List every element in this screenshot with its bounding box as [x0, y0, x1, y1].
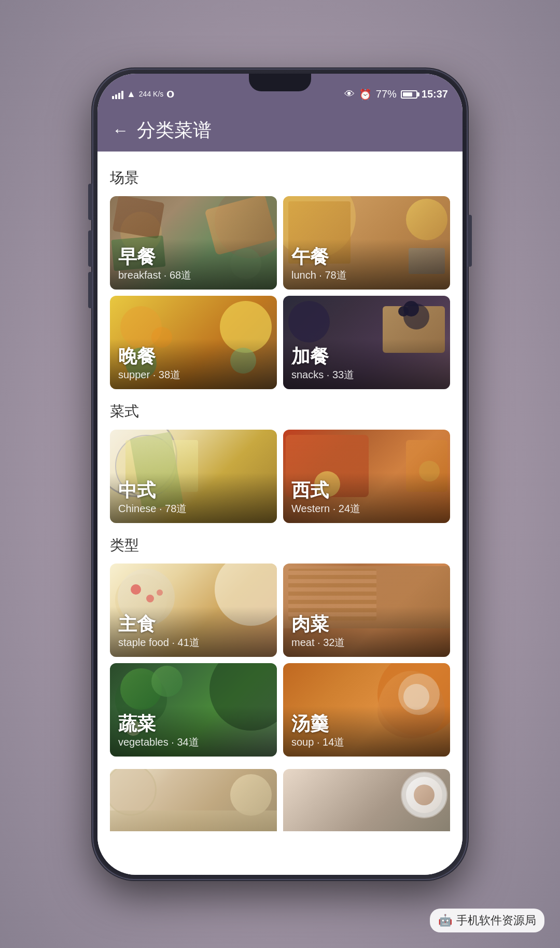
meat-title: 肉菜: [291, 614, 442, 635]
status-right: 👁 ⏰ 77% 15:37: [344, 88, 448, 101]
card-snacks[interactable]: 加餐 snacks · 33道: [283, 296, 450, 389]
western-title: 西式: [291, 480, 442, 501]
breakfast-title: 早餐: [118, 246, 269, 267]
section-label-style: 菜式: [110, 402, 450, 421]
content-area: 场景 早餐 breakf: [97, 152, 463, 875]
chinese-title: 中式: [118, 480, 269, 501]
supper-title: 晚餐: [118, 346, 269, 367]
alarm-icon: ⏰: [359, 88, 372, 101]
lunch-title: 午餐: [291, 246, 442, 267]
card-lunch[interactable]: 午餐 lunch · 78道: [283, 196, 450, 290]
section-label-type: 类型: [110, 535, 450, 555]
card-extra2[interactable]: [283, 769, 450, 831]
top-bar: ← 分类菜谱: [97, 110, 463, 152]
card-soup[interactable]: 汤羹 soup · 14道: [283, 663, 450, 757]
snacks-title: 加餐: [291, 346, 442, 367]
phone-frame: ▲ 244 K/s 𝗢 👁 ⏰ 77% 15:37 ← 分类菜谱: [93, 70, 467, 879]
data-icon: 𝗢: [166, 89, 174, 100]
card-western[interactable]: 西式 Western · 24道: [283, 430, 450, 523]
western-subtitle: Western · 24道: [291, 502, 442, 516]
card-staple[interactable]: 主食 staple food · 41道: [110, 564, 277, 657]
watermark: 🤖 手机软件资源局: [430, 909, 544, 932]
partial-bottom: [97, 769, 463, 831]
phone-screen: ▲ 244 K/s 𝗢 👁 ⏰ 77% 15:37 ← 分类菜谱: [97, 74, 463, 875]
breakfast-subtitle: breakfast · 68道: [118, 268, 269, 282]
notch: [249, 74, 311, 91]
battery-indicator: [401, 90, 417, 99]
staple-title: 主食: [118, 614, 269, 635]
card-chinese[interactable]: 中式 Chinese · 78道: [110, 430, 277, 523]
status-left: ▲ 244 K/s 𝗢: [112, 89, 174, 100]
type-grid: 主食 staple food · 41道 肉菜 meat · 32道: [110, 564, 450, 757]
card-vegetables[interactable]: 蔬菜 vegetables · 34道: [110, 663, 277, 757]
card-meat[interactable]: 肉菜 meat · 32道: [283, 564, 450, 657]
style-grid: 中式 Chinese · 78道 西式: [110, 430, 450, 523]
clock: 15:37: [422, 88, 448, 100]
soup-title: 汤羹: [291, 713, 442, 734]
watermark-text: 手机软件资源局: [456, 913, 536, 928]
vegetables-title: 蔬菜: [118, 713, 269, 734]
card-supper[interactable]: 晚餐 supper · 38道: [110, 296, 277, 389]
scene-grid: 早餐 breakfast · 68道 午餐: [110, 196, 450, 389]
page-title: 分类菜谱: [137, 118, 212, 143]
back-button[interactable]: ←: [112, 121, 129, 140]
signal-icon: [112, 90, 123, 99]
chinese-subtitle: Chinese · 78道: [118, 502, 269, 516]
vegetables-subtitle: vegetables · 34道: [118, 735, 269, 749]
staple-subtitle: staple food · 41道: [118, 636, 269, 650]
network-speed: 244 K/s: [139, 90, 163, 99]
eye-icon: 👁: [344, 88, 355, 100]
lunch-subtitle: lunch · 78道: [291, 268, 442, 282]
status-bar: ▲ 244 K/s 𝗢 👁 ⏰ 77% 15:37: [97, 74, 463, 110]
wifi-icon: ▲: [127, 89, 136, 100]
card-extra1[interactable]: [110, 769, 277, 831]
supper-subtitle: supper · 38道: [118, 368, 269, 382]
section-label-scene: 场景: [110, 168, 450, 188]
watermark-icon: 🤖: [438, 914, 452, 927]
soup-subtitle: soup · 14道: [291, 735, 442, 749]
snacks-subtitle: snacks · 33道: [291, 368, 442, 382]
meat-subtitle: meat · 32道: [291, 636, 442, 650]
card-breakfast[interactable]: 早餐 breakfast · 68道: [110, 196, 277, 290]
battery-percent: 77%: [376, 88, 397, 100]
